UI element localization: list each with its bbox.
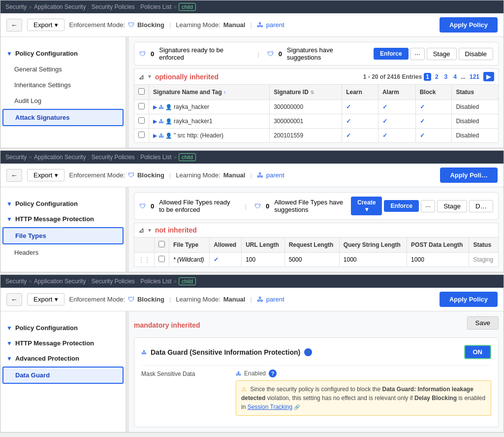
enforce-button-2[interactable]: Enforce — [384, 200, 419, 212]
sidebar-item-data-guard[interactable]: Data Guard — [2, 367, 124, 384]
row-cb-2[interactable] — [138, 117, 145, 124]
export-button-3[interactable]: Export ▾ — [27, 293, 64, 305]
bc-policies-list[interactable]: Policies List — [140, 3, 171, 10]
block-check-r3: ✓ — [420, 132, 425, 139]
bc-app-security-3[interactable]: Application Security — [34, 278, 86, 285]
back-button-2[interactable]: ← — [6, 169, 22, 182]
breadcrumb-bar-1: Security » Application Security : Securi… — [0, 0, 504, 13]
apply-policy-button-1[interactable]: Apply Policy — [440, 17, 498, 33]
advanced-protection-header[interactable]: ▼ Advanced Protection — [0, 351, 126, 366]
content-panel-2: 🛡 0 Allowed File Types ready to be enfor… — [129, 187, 504, 272]
apply-policy-button-2[interactable]: Apply Poli… — [440, 168, 498, 183]
sidebar-item-file-types[interactable]: File Types — [2, 227, 124, 244]
shield-icon-3: 🛡 — [128, 296, 134, 303]
back-button-1[interactable]: ← — [6, 19, 22, 32]
stage-button-1[interactable]: Stage — [427, 48, 457, 60]
filter-icon-2[interactable]: ⊿ — [138, 226, 144, 234]
help-icon-mask[interactable]: ? — [269, 370, 277, 377]
http-protection-label-3: HTTP Message Protection — [15, 339, 94, 347]
toggle-icon-pc-1: ▼ — [6, 50, 12, 57]
bc-app-security[interactable]: Application Security — [34, 3, 86, 10]
bc-child: child — [179, 3, 196, 11]
shield-sm-icon-1: 🛡 — [139, 50, 146, 58]
content-panel-3: mandatory inherited Save 🖧 Data Guard (S… — [129, 311, 504, 432]
drag-handle-ft1[interactable]: ⋮⋮ — [138, 256, 150, 263]
sidebar-item-general-settings[interactable]: General Settings — [2, 62, 124, 77]
policy-config-header-1[interactable]: ▼ Policy Configuration — [0, 46, 126, 61]
bc-security-policies-3[interactable]: Security Policies — [92, 278, 135, 285]
col-allowed: Allowed — [210, 237, 242, 253]
bc-security-policies[interactable]: Security Policies — [92, 3, 135, 10]
parent-link-1[interactable]: parent — [266, 21, 284, 29]
create-button[interactable]: Create ▾ — [351, 197, 382, 215]
help-icon-dg[interactable]: ? — [304, 348, 312, 356]
page-1[interactable]: 1 — [424, 73, 431, 81]
advanced-protection-label: Advanced Protection — [15, 355, 79, 362]
filter-row-1: ⊿ ▾ optionally inherited 1 - 20 of 2416 … — [134, 68, 499, 84]
toolbar-1: ← Export ▾ Enforcement Mode: 🛡 Blocking … — [0, 13, 504, 37]
disable-button-1[interactable]: Disable — [459, 48, 493, 60]
bc-child-2: child — [179, 153, 196, 161]
bc-child-3: child — [179, 277, 196, 285]
sidebar-item-audit-log[interactable]: Audit Log — [2, 93, 124, 108]
select-all-cb-ft[interactable] — [158, 241, 165, 247]
page-2[interactable]: 2 — [433, 73, 441, 81]
more-button-1[interactable]: ··· — [410, 48, 425, 60]
expand-icon-2[interactable]: ▶ — [153, 118, 157, 125]
bc-app-security-2[interactable]: Application Security — [34, 154, 86, 161]
parent-link-3[interactable]: parent — [266, 296, 284, 303]
dg-header-row: mandatory inherited Save — [134, 316, 499, 334]
col-drag — [134, 237, 155, 253]
ft-row-cb-1[interactable] — [158, 256, 165, 262]
more-button-2[interactable]: ··· — [421, 200, 435, 212]
chevron-down-icon-1: ▾ — [55, 21, 58, 29]
row-cb-3[interactable] — [138, 132, 145, 138]
bc-security[interactable]: Security — [5, 3, 27, 10]
col-status: Status — [452, 85, 499, 100]
session-tracking-link[interactable]: Session Tracking — [248, 403, 292, 410]
select-all-cb-1[interactable] — [138, 88, 145, 95]
policy-config-header-3[interactable]: ▼ Policy Configuration — [0, 320, 126, 336]
user-icon-r2: 👤 — [165, 118, 172, 125]
expand-icon-3[interactable]: ▶ — [153, 133, 157, 139]
apply-policy-button-3[interactable]: Apply Policy — [440, 292, 498, 307]
save-button[interactable]: Save — [467, 316, 499, 330]
parent-link-2[interactable]: parent — [266, 171, 284, 179]
group-icon-r2: 🖧 — [158, 118, 164, 124]
sidebar-item-attack-signatures[interactable]: Attack Signatures — [2, 109, 124, 126]
stage-button-2[interactable]: Stage — [437, 200, 467, 212]
export-button-2[interactable]: Export ▾ — [27, 169, 64, 181]
shield-sm-icon-3: 🛡 — [139, 202, 146, 210]
block-check-r1: ✓ — [420, 103, 425, 110]
table-row: ▶ 🖧 👤 rayka_hacker1 300000001 ✓ ✓ ✓ Disa… — [134, 114, 499, 129]
page-121[interactable]: 121 — [468, 73, 481, 81]
file-types-section: Security » Application Security : Securi… — [0, 150, 504, 272]
http-protection-header-3[interactable]: ▼ HTTP Message Protection — [0, 336, 126, 351]
sidebar-item-headers[interactable]: Headers — [2, 245, 124, 260]
ft-url-len-1: 100 — [242, 253, 285, 267]
row-cb-1[interactable] — [138, 103, 145, 109]
enforce-button-1[interactable]: Enforce — [374, 48, 409, 60]
bc-policies-list-2[interactable]: Policies List — [140, 154, 171, 161]
policy-config-header-2[interactable]: ▼ Policy Configuration — [0, 196, 126, 211]
export-button-1[interactable]: Export ▾ — [27, 19, 64, 31]
dg-toggle-button[interactable]: ON — [464, 345, 492, 359]
expand-icon-1[interactable]: ▶ — [153, 104, 157, 110]
col-post-data-length: POST Data Length — [407, 237, 469, 253]
col-alarm: Alarm — [378, 85, 415, 100]
sig-name-r1: rayka_hacker — [174, 103, 209, 110]
sidebar-item-inheritance-settings[interactable]: Inheritance Settings — [2, 77, 124, 93]
col-query-string-length: Query String Length — [339, 237, 407, 253]
bc-policies-list-3[interactable]: Policies List — [140, 278, 171, 285]
back-button-3[interactable]: ← — [6, 293, 22, 306]
http-protection-header[interactable]: ▼ HTTP Message Protection — [0, 211, 126, 227]
bc-security-3[interactable]: Security — [5, 278, 27, 285]
page-4[interactable]: 4 — [451, 73, 459, 81]
disable-button-2[interactable]: D… — [469, 200, 493, 212]
bc-security-policies-2[interactable]: Security Policies — [92, 154, 135, 161]
bc-security-2[interactable]: Security — [5, 154, 27, 161]
page-next-btn-1[interactable]: ▶ — [483, 72, 494, 81]
sig-name-r3: " src http: (Header) — [174, 132, 223, 139]
page-3[interactable]: 3 — [442, 73, 450, 81]
filter-icon-1[interactable]: ⊿ — [138, 73, 144, 81]
